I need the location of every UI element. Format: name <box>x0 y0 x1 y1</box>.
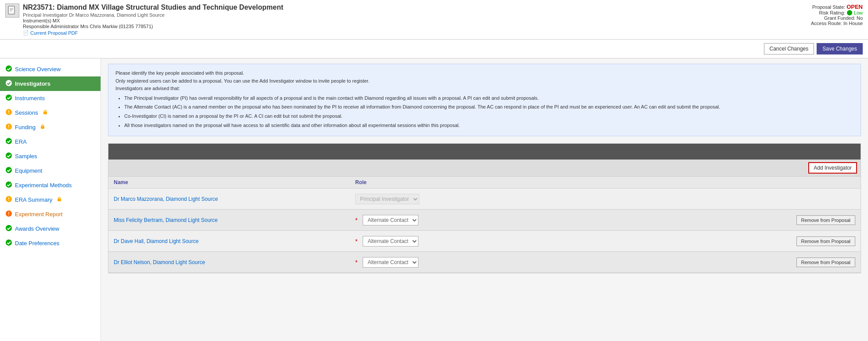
svg-point-14 <box>6 152 12 159</box>
investigator-name: Miss Felicity Bertram, Diamond Light Sou… <box>114 217 355 223</box>
sidebar-label-science-overview: Science Overview <box>15 66 61 73</box>
investigator-actions: Remove from Proposal <box>796 215 856 225</box>
info-bullet: The Principal Investigator (PI) has over… <box>124 94 854 102</box>
check-icon <box>5 94 12 102</box>
proposal-title: NR23571: Diamond MX Village Structural S… <box>23 4 283 11</box>
table-row: Dr Elliot Nelson, Diamond Light Source*A… <box>108 252 861 273</box>
svg-point-4 <box>6 65 12 72</box>
add-investigator-button[interactable]: Add Investigator <box>808 162 857 174</box>
cancel-button[interactable]: Cancel Changes <box>764 43 814 54</box>
info-para-3: Investigators are advised that: <box>115 85 854 93</box>
sidebar-label-funding: Funding <box>15 124 36 131</box>
risk-rating-value: Low <box>854 10 863 15</box>
role-select[interactable]: Alternate ContactCo-Investigator <box>363 215 418 225</box>
sidebar-item-era[interactable]: ERA <box>0 134 101 149</box>
sidebar-item-samples[interactable]: Samples <box>0 149 101 163</box>
content-area: Please identify the key people associate… <box>101 58 868 341</box>
sidebar-item-era-summary[interactable]: !ERA Summary <box>0 192 101 207</box>
sidebar-label-investigators: Investigators <box>15 80 50 87</box>
pdf-link[interactable]: 📄 Current Proposal PDF <box>23 30 283 36</box>
svg-point-15 <box>6 167 12 173</box>
risk-rating-icon <box>847 10 852 15</box>
svg-point-23 <box>6 239 12 246</box>
required-indicator: * <box>355 259 357 266</box>
investigator-role-cell: *Alternate ContactCo-Investigator <box>355 236 796 247</box>
role-select[interactable]: Alternate ContactCo-Investigator <box>363 236 418 247</box>
check-icon <box>5 181 12 189</box>
investigator-actions: Remove from Proposal <box>796 236 856 246</box>
investigator-actions: Remove from Proposal <box>796 258 856 267</box>
investigator-name: Dr Dave Hall, Diamond Light Source <box>114 238 355 244</box>
sidebar-label-samples: Samples <box>15 153 37 160</box>
info-para-2: Only registered users can be added to a … <box>115 77 854 85</box>
lock-icon <box>57 196 62 203</box>
warning-icon: ! <box>5 210 12 218</box>
sidebar-item-experimental-methods[interactable]: Experimental Methods <box>0 178 101 192</box>
sidebar-label-date-preferences: Date Preferences <box>15 240 59 247</box>
proposal-state: Proposal State: OPEN <box>811 4 863 10</box>
sidebar-label-instruments: Instruments <box>15 95 45 102</box>
sidebar-item-awards-overview[interactable]: Awards Overview <box>0 221 101 236</box>
check-icon <box>5 239 12 247</box>
risk-rating: Risk Rating: Low <box>811 10 863 15</box>
header-info: NR23571: Diamond MX Village Structural S… <box>23 4 283 36</box>
required-indicator: * <box>355 238 357 245</box>
sidebar-item-experiment-report[interactable]: !Experiment Report <box>0 207 101 221</box>
check-icon <box>5 65 12 73</box>
check-icon <box>5 167 12 175</box>
sidebar-label-awards-overview: Awards Overview <box>15 225 59 232</box>
sidebar-item-investigators[interactable]: Investigators <box>0 76 101 91</box>
sidebar-item-instruments[interactable]: Instruments <box>0 91 101 105</box>
access-route: Access Route: In House <box>811 21 863 26</box>
header: NR23571: Diamond MX Village Structural S… <box>0 0 868 40</box>
sidebar-item-sessions[interactable]: !Sessions <box>0 105 101 120</box>
svg-rect-9 <box>43 112 47 114</box>
investigator-role-cell: *Alternate ContactCo-Investigator <box>355 215 796 225</box>
sidebar-item-date-preferences[interactable]: Date Preferences <box>0 236 101 250</box>
sidebar-label-sessions: Sessions <box>15 109 38 116</box>
remove-from-proposal-button[interactable]: Remove from Proposal <box>796 236 856 246</box>
sidebar-label-equipment: Equipment <box>15 167 42 174</box>
save-button[interactable]: Save Changes <box>817 43 863 54</box>
lock-icon <box>40 124 45 131</box>
table-row: Dr Marco Mazzorana, Diamond Light Source… <box>108 189 861 210</box>
svg-point-13 <box>6 138 12 144</box>
sidebar-label-experimental-methods: Experimental Methods <box>15 182 72 189</box>
sidebar-item-science-overview[interactable]: Science Overview <box>0 62 101 76</box>
investigator-role-cell: Principal Investigator <box>355 194 855 204</box>
col-header-role: Role <box>355 179 855 185</box>
sidebar-item-equipment[interactable]: Equipment <box>0 163 101 178</box>
sidebar: Science OverviewInvestigatorsInstruments… <box>0 58 101 341</box>
warning-icon: ! <box>5 196 12 204</box>
svg-rect-12 <box>41 126 44 129</box>
pi-line: Principal Investigator Dr Marco Mazzoran… <box>23 12 283 18</box>
header-right: Proposal State: OPEN Risk Rating: Low Gr… <box>811 4 863 26</box>
lock-icon <box>43 109 48 116</box>
instruments-line: Instrument(s) MX <box>23 18 283 23</box>
svg-rect-0 <box>8 6 14 14</box>
sidebar-label-experiment-report: Experiment Report <box>15 211 62 218</box>
header-left: NR23571: Diamond MX Village Structural S… <box>5 4 283 36</box>
remove-from-proposal-button[interactable]: Remove from Proposal <box>796 215 856 225</box>
svg-point-22 <box>6 225 12 231</box>
pdf-icon: 📄 <box>23 30 29 36</box>
sidebar-label-era-summary: ERA Summary <box>15 196 52 203</box>
sidebar-item-funding[interactable]: !Funding <box>0 120 101 134</box>
investigator-name: Dr Elliot Nelson, Diamond Light Source <box>114 259 355 265</box>
remove-from-proposal-button[interactable]: Remove from Proposal <box>796 258 856 267</box>
proposal-state-value: OPEN <box>846 4 863 10</box>
info-bullets: The Principal Investigator (PI) has over… <box>124 94 854 129</box>
warning-icon: ! <box>5 109 12 117</box>
grant-funded: Grant Funded: No <box>811 15 863 21</box>
investigator-name: Dr Marco Mazzorana, Diamond Light Source <box>114 196 355 202</box>
svg-text:!: ! <box>8 110 9 115</box>
role-select[interactable]: Alternate ContactCo-Investigator <box>363 257 418 268</box>
svg-rect-19 <box>58 199 61 201</box>
investigator-role-cell: *Alternate ContactCo-Investigator <box>355 257 796 268</box>
investigators-list: Dr Marco Mazzorana, Diamond Light Source… <box>108 189 861 273</box>
table-col-headers: Name Role <box>108 177 861 189</box>
svg-text:!: ! <box>8 124 9 129</box>
check-icon <box>5 138 12 146</box>
info-box: Please identify the key people associate… <box>108 64 861 136</box>
admin-line: Responsible Administrator Mrs Chris Mark… <box>23 24 283 29</box>
